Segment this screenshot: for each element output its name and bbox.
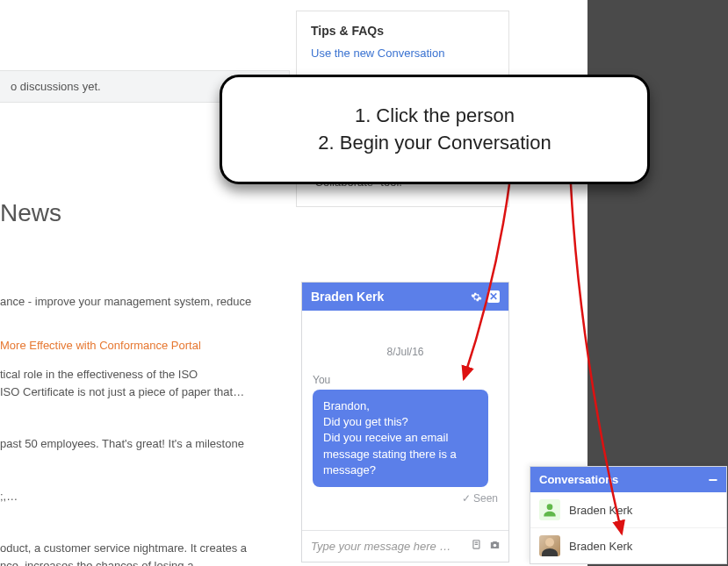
article-text: ISO Certificate is not just a piece of p… [0,383,290,401]
article-text: oduct, a customer service nightmare. It … [0,540,290,557]
chat-seen-status: Seen [313,492,498,505]
avatar-photo [539,535,560,556]
close-icon[interactable]: ✕ [487,290,500,303]
chat-title: Braden Kerk [311,290,384,304]
article-item: More Effective with Conformance Portal t… [0,337,290,401]
chat-sender-label: You [313,374,498,386]
conversation-list-item[interactable]: Braden Kerk [530,492,726,528]
chat-input-row [302,530,508,562]
article-text: ;,… [0,488,290,505]
chat-body: 8/Jul/16 You Brandon, Did you get this? … [302,311,508,530]
chat-message-bubble: Brandon, Did you get this? Did you recei… [313,390,488,487]
tips-heading: Tips & FAQs [311,24,494,38]
instruction-callout: 1. Click the person 2. Begin your Conver… [220,75,650,184]
article-text: tical role in the effectiveness of the I… [0,366,290,383]
article-text: ance - improve your management system, r… [0,293,290,311]
article-item: oduct, a customer service nightmare. It … [0,540,290,566]
article-text: past 50 employees. That's great! It's a … [0,435,290,453]
conversation-name: Braden Kerk [569,504,632,517]
chat-header[interactable]: Braden Kerk ✕ [302,283,508,311]
conversations-panel: Conversations − Braden Kerk Braden Kerk [530,466,727,564]
chat-window: Braden Kerk ✕ 8/Jul/16 You Brandon, Did … [301,282,509,562]
camera-icon[interactable] [488,539,501,554]
callout-line: 1. Click the person [355,103,515,130]
chat-message-input[interactable] [309,536,465,556]
tips-link[interactable]: Use the new Conversation [311,47,494,60]
minimize-icon[interactable]: − [708,476,717,484]
gear-icon[interactable] [470,290,482,303]
article-text: nce, increases the chances of losing a… [0,557,290,567]
article-item: ;,… [0,488,290,505]
article-snippet: ance - improve your management system, r… [0,293,290,311]
conversations-title: Conversations [539,473,618,486]
chat-date: 8/Jul/16 [313,346,498,358]
svg-point-2 [547,504,553,510]
article-item: past 50 employees. That's great! It's a … [0,435,290,453]
attachment-icon[interactable] [471,539,483,554]
article-title-link[interactable]: More Effective with Conformance Portal [0,337,290,355]
avatar-icon [539,499,560,520]
news-heading: News [0,199,290,227]
conversation-list-item[interactable]: Braden Kerk [530,528,726,563]
conversation-name: Braden Kerk [569,540,632,553]
callout-line: 2. Begin your Conversation [318,130,551,157]
svg-point-1 [494,544,497,548]
conversations-header[interactable]: Conversations − [530,467,726,492]
